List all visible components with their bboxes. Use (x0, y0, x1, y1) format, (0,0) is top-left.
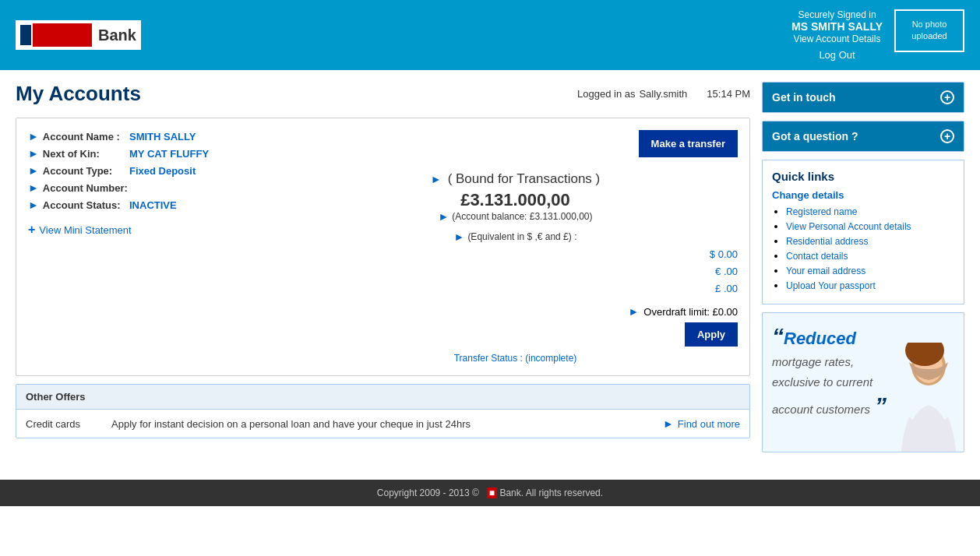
list-item: Registered name (786, 206, 954, 217)
plus-icon: + (28, 223, 35, 237)
page-title: My Accounts (16, 82, 141, 106)
bank-name: Bank (98, 26, 136, 44)
bullet-icon-3: ► (28, 164, 39, 177)
overdraft-label: Overdraft limit: £0.00 (643, 306, 738, 318)
bullet-icon-2: ► (28, 147, 39, 160)
link-upload-passport[interactable]: Upload Your passport (786, 280, 876, 291)
bullet-icon-1: ► (28, 130, 39, 143)
transactions-title: ( Bound for Transactions ) (448, 171, 601, 187)
account-number-row: ► Account Number: (28, 181, 277, 194)
time-display: 15:14 PM (707, 88, 750, 100)
content-area: My Accounts Logged in as Sally.smith 15:… (16, 82, 750, 452)
header-right: Securely Signed in MS SMITH SALLY View A… (791, 9, 964, 61)
user-info: Securely Signed in MS SMITH SALLY View A… (791, 9, 883, 61)
view-account-details-link[interactable]: View Account Details (794, 33, 881, 44)
change-details-label: Change details (772, 189, 954, 201)
got-a-question-plus: + (940, 129, 954, 143)
account-type-value: Fixed Deposit (129, 165, 196, 177)
gbp-value: £ .00 (293, 280, 738, 297)
next-of-kin-value: MY CAT FLUFFY (129, 148, 209, 160)
account-balance-sub: ► (Account balance: £3.131.000,00) (293, 210, 738, 223)
bullet-icon-5: ► (28, 199, 39, 211)
transactions-bullet: ► (431, 173, 442, 185)
account-box: ► Account Name : SMITH SALLY ► Next of K… (16, 118, 750, 376)
account-details-left: ► Account Name : SMITH SALLY ► Next of K… (28, 130, 277, 364)
account-number-label: ► Account Number: (28, 181, 129, 194)
logo-red-bar (33, 23, 92, 47)
list-item: Residential address (786, 235, 954, 247)
got-a-question-header[interactable]: Got a question ? + (763, 121, 964, 151)
logo-blue-square (20, 25, 31, 45)
equiv-bullet: ► (454, 230, 465, 243)
next-of-kin-row: ► Next of Kin: MY CAT FLUFFY (28, 147, 277, 160)
logged-in-username: Sally.smith (639, 88, 687, 100)
get-in-touch-panel: Get in touch + (762, 82, 964, 113)
get-in-touch-header[interactable]: Get in touch + (763, 83, 964, 112)
open-quote: “ (772, 323, 784, 349)
close-quote: ” (875, 392, 887, 418)
account-status-value: INACTIVE (129, 199, 177, 211)
got-a-question-panel: Got a question ? + (762, 121, 964, 152)
account-transactions-right: Make a transfer ► ( Bound for Transactio… (293, 130, 738, 364)
eur-value: € .00 (293, 263, 738, 280)
list-item: Upload Your passport (786, 280, 954, 291)
link-registered-name[interactable]: Registered name (786, 206, 857, 217)
transactions-header: ► ( Bound for Transactions ) (293, 171, 738, 187)
other-offers-header: Other Offers (16, 385, 749, 410)
quick-links-panel: Quick links Change details Registered na… (762, 160, 964, 304)
header-username: MS SMITH SALLY (791, 20, 883, 33)
transfer-status: Transfer Status : (incomplete) (293, 353, 738, 364)
account-type-label: ► Account Type: (28, 164, 129, 177)
list-item: View Personal Account details (786, 220, 954, 232)
account-name-value: SMITH SALLY (129, 131, 196, 143)
page-title-bar: My Accounts Logged in as Sally.smith 15:… (16, 82, 750, 106)
account-info-section: ► Account Name : SMITH SALLY ► Next of K… (28, 130, 738, 364)
logo-inner (20, 23, 92, 47)
header: Bank Securely Signed in MS SMITH SALLY V… (0, 0, 980, 70)
mortgage-panel: “Reduced mortgage rates,exclusive to cur… (762, 312, 964, 452)
main-container: My Accounts Logged in as Sally.smith 15:… (0, 70, 980, 464)
logout-link[interactable]: Log Out (791, 49, 883, 61)
sidebar: Get in touch + Got a question ? + Quick … (762, 82, 964, 452)
balance-bullet: ► (439, 210, 449, 223)
link-contact-details[interactable]: Contact details (786, 251, 848, 262)
footer-logo-red: ■ (487, 487, 497, 498)
balance-amount: £3.131.000,00 (293, 190, 738, 210)
list-item: Contact details (786, 250, 954, 262)
view-mini-statement[interactable]: + View Mini Statement (28, 223, 277, 237)
offer-credit-label: Credit cards (26, 418, 104, 430)
find-out-more-link[interactable]: ► Find out more (663, 417, 740, 430)
logo-area: Bank (16, 20, 141, 50)
next-of-kin-label: ► Next of Kin: (28, 147, 129, 160)
get-in-touch-plus: + (940, 90, 954, 104)
overdraft-bullet: ► (628, 305, 639, 318)
equivalent-header: ► (Equivalent in $ ,€ and £) : (293, 230, 738, 243)
account-status-label: ► Account Status: (28, 199, 129, 211)
find-out-more-bullet: ► (663, 417, 674, 430)
link-email-address[interactable]: Your email address (786, 266, 865, 276)
make-transfer-button[interactable]: Make a transfer (639, 130, 738, 157)
logged-in-as-label: Logged in as (577, 88, 635, 100)
login-info-bar: Logged in as Sally.smith 15:14 PM (577, 88, 750, 100)
apply-button[interactable]: Apply (685, 322, 738, 347)
mortgage-subtext: mortgage rates,exclusive to currentaccou… (772, 355, 872, 416)
usd-value: $ 0.00 (293, 246, 738, 263)
list-item: Your email address (786, 265, 954, 276)
quick-links-title: Quick links (772, 170, 954, 183)
equivalent-values: $ 0.00 € .00 £ .00 (293, 246, 738, 297)
no-photo-box: No photo uploaded (894, 9, 964, 52)
link-residential-address[interactable]: Residential address (786, 236, 868, 247)
overdraft-line: ► Overdraft limit: £0.00 (293, 305, 738, 318)
account-type-row: ► Account Type: Fixed Deposit (28, 164, 277, 177)
account-name-label: ► Account Name : (28, 130, 129, 143)
overdraft-section: ► Overdraft limit: £0.00 Apply (293, 305, 738, 347)
mini-statement-link[interactable]: View Mini Statement (39, 224, 131, 236)
logo-box: Bank (16, 20, 141, 50)
link-personal-account[interactable]: View Personal Account details (786, 221, 911, 232)
bullet-icon-4: ► (28, 181, 39, 194)
offer-description: Apply for instant decision on a personal… (111, 418, 655, 430)
mortgage-person-image (886, 343, 964, 452)
other-offers-row: Credit cards Apply for instant decision … (16, 410, 749, 438)
account-name-row: ► Account Name : SMITH SALLY (28, 130, 277, 143)
quick-links-list: Registered name View Personal Account de… (772, 206, 954, 291)
